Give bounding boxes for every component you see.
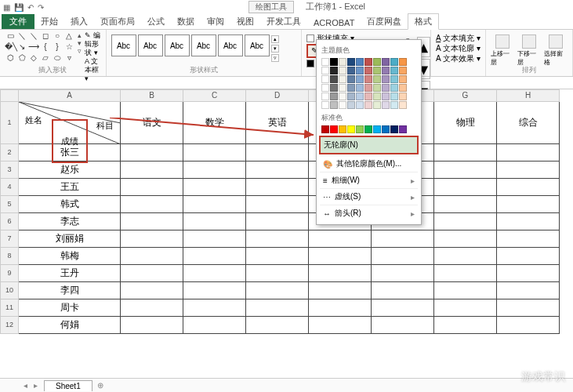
- color-swatch[interactable]: [330, 101, 338, 109]
- color-swatch[interactable]: [321, 93, 329, 100]
- color-swatch[interactable]: [364, 58, 372, 66]
- cell[interactable]: [434, 144, 497, 162]
- color-swatch[interactable]: [399, 67, 407, 74]
- color-swatch[interactable]: [373, 58, 381, 66]
- cell[interactable]: [434, 213, 497, 230]
- color-swatch[interactable]: [321, 75, 329, 83]
- text-effects-btn[interactable]: A 文本效果 ▾: [436, 53, 481, 64]
- cell[interactable]: [497, 179, 560, 196]
- cell[interactable]: [121, 144, 183, 162]
- cell[interactable]: 李四: [19, 282, 121, 299]
- cell[interactable]: [309, 265, 372, 282]
- cell[interactable]: [183, 213, 246, 230]
- cell[interactable]: [497, 248, 560, 265]
- col-header[interactable]: D: [246, 89, 309, 102]
- color-swatch[interactable]: [321, 84, 329, 92]
- color-swatch[interactable]: [347, 93, 355, 100]
- quick-access[interactable]: ▦ 💾 ↶ ↷: [3, 3, 44, 12]
- cell[interactable]: [121, 248, 183, 265]
- color-swatch[interactable]: [399, 84, 407, 92]
- shapes-gallery[interactable]: ▭＼＼◻○△ �╲↘⟶{}☆ ⬡⬠◇▱⬭▿: [5, 31, 74, 83]
- cell[interactable]: [183, 162, 246, 179]
- color-swatch[interactable]: [399, 101, 407, 109]
- color-swatch[interactable]: [373, 75, 381, 83]
- col-header[interactable]: H: [497, 89, 560, 102]
- edit-shape-btn[interactable]: ✎ 编辑形状 ▾: [85, 31, 101, 57]
- color-swatch[interactable]: [339, 84, 346, 92]
- color-swatch[interactable]: [399, 93, 407, 100]
- color-swatch[interactable]: [347, 58, 355, 66]
- save-icon[interactable]: 💾: [14, 3, 24, 12]
- color-swatch[interactable]: [373, 101, 381, 109]
- cell[interactable]: [183, 299, 246, 317]
- color-swatch[interactable]: [364, 101, 372, 109]
- cell[interactable]: 英语: [246, 102, 309, 144]
- cell[interactable]: [434, 282, 497, 299]
- cell[interactable]: [121, 265, 183, 282]
- color-swatch[interactable]: [330, 93, 338, 100]
- color-swatch[interactable]: [356, 75, 364, 83]
- row-header[interactable]: 1: [0, 102, 19, 144]
- cell[interactable]: [121, 179, 183, 196]
- cell[interactable]: [183, 144, 246, 162]
- text-fill-btn[interactable]: A 文本填充 ▾: [436, 33, 481, 43]
- cell[interactable]: [497, 144, 560, 162]
- color-swatch[interactable]: [339, 58, 346, 66]
- theme-color-grid[interactable]: [320, 56, 418, 111]
- cell[interactable]: [246, 144, 309, 162]
- color-swatch[interactable]: [356, 93, 364, 100]
- text-outline-btn[interactable]: A 文本轮廓 ▾: [436, 43, 481, 53]
- color-swatch[interactable]: [373, 125, 381, 133]
- cell[interactable]: [497, 230, 560, 248]
- row-header[interactable]: 6: [0, 213, 19, 230]
- col-header[interactable]: G: [434, 89, 497, 102]
- color-swatch[interactable]: [364, 93, 372, 100]
- cell[interactable]: [497, 213, 560, 230]
- tab-layout[interactable]: 页面布局: [94, 14, 141, 29]
- cell[interactable]: [372, 265, 434, 282]
- cell[interactable]: 赵乐: [19, 162, 121, 179]
- row-header[interactable]: 10: [0, 282, 19, 299]
- color-swatch[interactable]: [330, 58, 338, 66]
- nav-prev-icon[interactable]: ◂: [24, 381, 27, 390]
- cell[interactable]: 周卡: [19, 299, 121, 317]
- color-swatch[interactable]: [339, 125, 346, 133]
- cell[interactable]: 王五: [19, 179, 121, 196]
- row-header[interactable]: 8: [0, 248, 19, 265]
- color-swatch[interactable]: [330, 84, 338, 92]
- cell[interactable]: [434, 162, 497, 179]
- cell[interactable]: [372, 282, 434, 299]
- cell[interactable]: [434, 248, 497, 265]
- cell[interactable]: [309, 317, 372, 334]
- color-swatch[interactable]: [356, 67, 364, 74]
- style-gallery[interactable]: Abc Abc Abc Abc Abc Abc ▴▾▿: [111, 31, 279, 63]
- no-outline-item[interactable]: 无轮廓(N): [319, 136, 419, 154]
- row-header[interactable]: 12: [0, 317, 19, 334]
- color-swatch[interactable]: [347, 125, 355, 133]
- color-swatch[interactable]: [390, 67, 398, 74]
- color-swatch[interactable]: [339, 67, 346, 74]
- dashes-item[interactable]: ⋯虚线(S)▸: [320, 188, 418, 205]
- cell[interactable]: [434, 317, 497, 334]
- cell[interactable]: [183, 230, 246, 248]
- select-pane-btn[interactable]: 选择窗格: [544, 34, 568, 67]
- cell[interactable]: [246, 265, 309, 282]
- color-swatch[interactable]: [330, 125, 338, 133]
- tab-view[interactable]: 视图: [230, 14, 260, 29]
- col-header[interactable]: B: [121, 89, 183, 102]
- cell[interactable]: [497, 282, 560, 299]
- cell[interactable]: [372, 317, 434, 334]
- undo-icon[interactable]: ↶: [27, 3, 34, 12]
- cell[interactable]: 物理: [434, 102, 497, 144]
- row-header[interactable]: 5: [0, 196, 19, 213]
- nav-next-icon[interactable]: ▸: [34, 381, 38, 390]
- color-swatch[interactable]: [390, 58, 398, 66]
- cell[interactable]: [497, 299, 560, 317]
- color-swatch[interactable]: [347, 101, 355, 109]
- cell[interactable]: [246, 162, 309, 179]
- color-swatch[interactable]: [356, 84, 364, 92]
- color-swatch[interactable]: [321, 125, 329, 133]
- color-swatch[interactable]: [382, 101, 390, 109]
- cell[interactable]: [121, 196, 183, 213]
- color-swatch[interactable]: [399, 58, 407, 66]
